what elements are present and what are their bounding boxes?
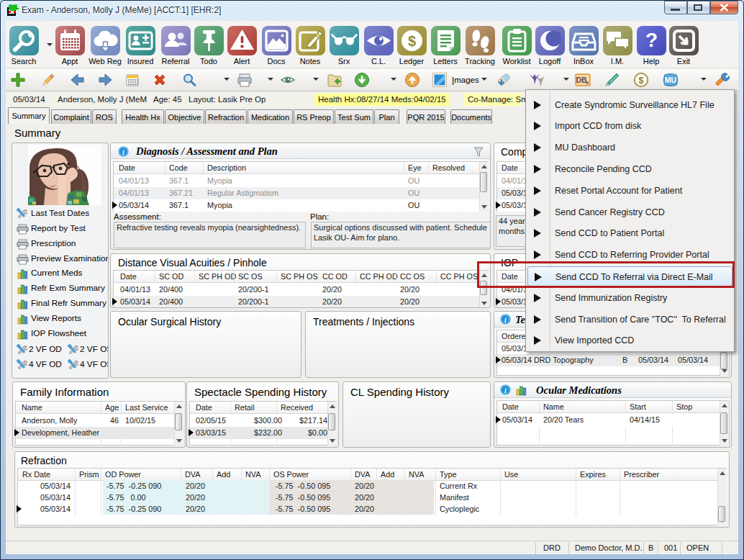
svg-text:i: i [504, 316, 507, 324]
svg-text:i: i [122, 148, 124, 156]
svg-text:?: ? [645, 29, 657, 51]
svg-text:x: x [586, 79, 589, 86]
svg-text:$: $ [639, 76, 644, 86]
svg-text:MU: MU [665, 76, 676, 84]
svg-text:i: i [504, 387, 507, 394]
svg-text:$: $ [407, 33, 415, 49]
